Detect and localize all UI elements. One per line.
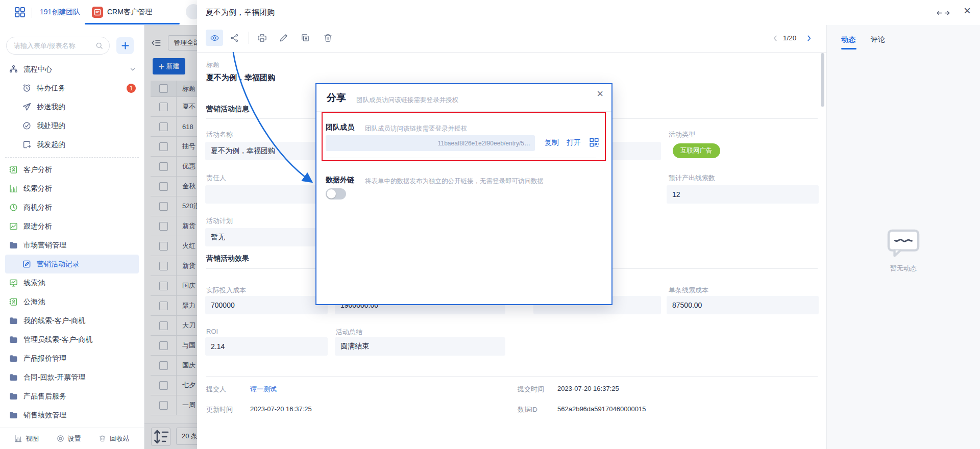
table-row[interactable]: 七夕 (151, 376, 197, 395)
sidebar-item[interactable]: 线索池 (0, 273, 144, 292)
table-row[interactable]: 夏不 (151, 97, 197, 117)
field-summary-label: 活动总结 (336, 328, 362, 337)
vertical-scrollbar[interactable] (821, 53, 824, 107)
row-checkbox[interactable] (159, 282, 168, 290)
table-row[interactable]: 国庆 (151, 276, 197, 296)
field-title-label: 标题 (206, 60, 219, 69)
sidebar-item[interactable]: 商机分析 (0, 198, 144, 217)
row-checkbox[interactable] (159, 103, 168, 111)
sidebar-footer-item[interactable]: 视图 (14, 434, 39, 443)
expand-icon[interactable] (936, 9, 950, 16)
sidebar-search[interactable] (6, 37, 110, 55)
sidebar-item[interactable] (0, 154, 144, 160)
sidebar-item[interactable]: 我发起的 (0, 135, 144, 154)
new-record-button[interactable]: 新建 (153, 58, 185, 74)
table-row[interactable]: 一周 (151, 395, 197, 415)
close-icon[interactable]: × (597, 88, 603, 99)
search-input[interactable] (13, 41, 91, 50)
sidebar-item[interactable]: 公海池 (0, 292, 144, 311)
table-row[interactable]: 520浪 (151, 196, 197, 216)
delete-button[interactable] (319, 30, 336, 46)
bar-chart-icon (9, 184, 18, 193)
edit-button[interactable] (275, 30, 292, 46)
sidebar-item[interactable]: 我的线索-客户-商机 (0, 311, 144, 330)
sidebar-item[interactable]: 待办任务 1 (0, 79, 144, 97)
add-form-button[interactable] (116, 37, 134, 54)
share-button[interactable] (226, 30, 243, 46)
external-link-toggle[interactable] (326, 188, 346, 199)
field-owner-value (205, 185, 328, 204)
tab-activity-feed[interactable]: 动态 (841, 35, 855, 44)
close-icon[interactable]: × (964, 5, 971, 17)
doc-send-icon (22, 140, 31, 149)
collapse-sidebar-icon[interactable] (151, 38, 161, 48)
select-all-checkbox[interactable] (159, 84, 168, 93)
table-row[interactable]: 火红 (151, 236, 197, 256)
table-row[interactable]: 618 (151, 117, 197, 137)
sidebar-item[interactable]: 产品售后服务 (0, 387, 144, 406)
contact-card-icon (9, 297, 18, 306)
table-row[interactable]: 大刀 (151, 316, 197, 336)
row-checkbox[interactable] (159, 302, 168, 310)
sidebar-footer-item[interactable]: 设置 (57, 434, 81, 443)
row-checkbox[interactable] (159, 321, 168, 330)
sidebar-item[interactable]: 流程中心 (0, 60, 144, 79)
field-roi-value: 2.14 (205, 337, 328, 356)
row-checkbox[interactable] (159, 222, 168, 231)
sidebar-item[interactable]: 我处理的 (0, 116, 144, 135)
row-checkbox[interactable] (159, 401, 168, 410)
submit-time-value: 2023-07-20 16:37:25 (557, 385, 619, 392)
tab-comments[interactable]: 评论 (871, 35, 885, 44)
row-checkbox[interactable] (159, 142, 168, 151)
row-checkbox[interactable] (159, 162, 168, 171)
table-row[interactable]: 金秋 (151, 177, 197, 196)
row-checkbox[interactable] (159, 361, 168, 370)
sidebar-item[interactable]: 线索分析 (0, 179, 144, 198)
table-row[interactable]: 新货 (151, 256, 197, 276)
table-row[interactable]: 抽号 (151, 137, 197, 157)
row-checkbox[interactable] (159, 182, 168, 191)
sidebar-item[interactable]: 客户分析 (0, 160, 144, 179)
sidebar-item[interactable]: 市场营销管理 (0, 236, 144, 255)
row-checkbox[interactable] (159, 341, 168, 350)
row-height-button[interactable] (151, 428, 170, 446)
row-checkbox[interactable] (159, 262, 168, 270)
sidebar-footer: 视图 设置 回收站 (0, 428, 144, 449)
print-button[interactable] (253, 30, 271, 46)
table-row[interactable]: 与国 (151, 336, 197, 356)
row-checkbox[interactable] (159, 242, 168, 251)
sidebar-item[interactable]: 产品报价管理 (0, 349, 144, 368)
copy-record-button[interactable] (296, 30, 313, 46)
sidebar-footer-item[interactable]: 回收站 (99, 434, 130, 443)
table-row[interactable]: 国庆 (151, 356, 197, 376)
table-row[interactable]: 优惠 (151, 157, 197, 177)
sidebar-item[interactable]: 销售绩效管理 (0, 406, 144, 425)
row-checkbox[interactable] (159, 381, 168, 390)
tab-team[interactable]: 191创建团队 (40, 8, 80, 17)
share-link-field[interactable]: 11baeaf8f26e1e2f90eeb/entry/5… (326, 135, 535, 151)
sidebar-item[interactable]: 跟进分析 (0, 217, 144, 236)
tab-crm-app[interactable]: CRM客户管理 (107, 8, 152, 17)
bar-chart-icon (14, 435, 22, 442)
submitter-link[interactable]: 谭一测试 (250, 385, 277, 394)
sidebar-item[interactable]: 管理员线索-客户-商机 (0, 330, 144, 349)
table-row[interactable]: 新货 (151, 216, 197, 236)
qr-code-icon[interactable] (589, 137, 599, 147)
open-link-button[interactable]: 打开 (567, 138, 581, 147)
row-checkbox[interactable] (159, 202, 168, 211)
chevron-left-icon[interactable] (772, 35, 779, 42)
row-checkbox[interactable] (159, 122, 168, 131)
folder-icon (9, 373, 18, 382)
record-pagination: 1/20 (783, 34, 796, 42)
sidebar-item[interactable]: 合同-回款-开票管理 (0, 368, 144, 387)
sidebar-item[interactable]: 营销活动记录 (5, 255, 139, 273)
copy-link-button[interactable]: 复制 (545, 138, 559, 147)
page-size-select[interactable]: 20 条/页 (176, 428, 197, 445)
table-row[interactable]: 聚力 (151, 296, 197, 316)
manage-all-button[interactable]: 管理全部 (168, 35, 197, 51)
sidebar-item[interactable]: 抄送我的 (0, 97, 144, 116)
app-grid-icon[interactable] (14, 7, 26, 18)
view-eye-button[interactable] (206, 30, 223, 46)
chevron-right-icon[interactable] (805, 35, 813, 42)
team-members-label: 团队成员 (326, 123, 354, 132)
